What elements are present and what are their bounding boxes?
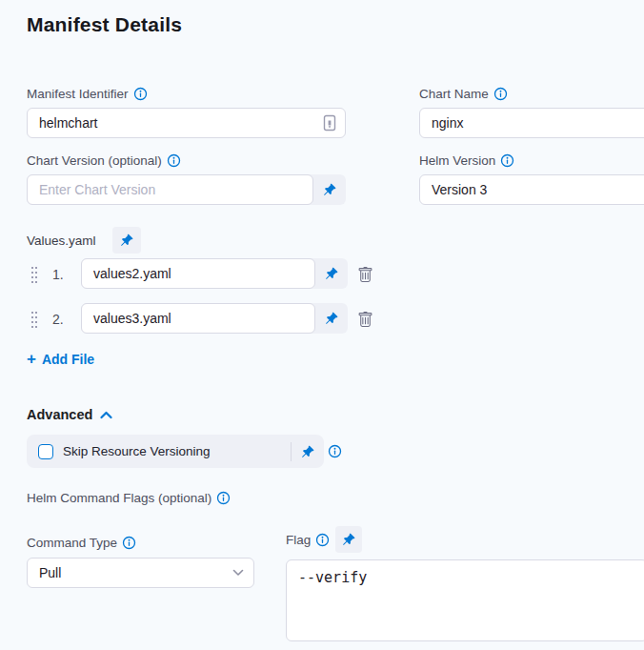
chart-name-label: Chart Name (419, 87, 489, 101)
pin-icon[interactable] (313, 174, 346, 205)
add-file-label: Add File (42, 352, 94, 367)
advanced-section-toggle[interactable]: Advanced (27, 407, 112, 422)
values-row-index: 1. (52, 267, 64, 282)
drag-handle-icon[interactable] (30, 265, 39, 284)
command-type-value: Pull (39, 565, 232, 580)
flag-pin-button[interactable] (335, 526, 362, 553)
info-icon[interactable] (315, 533, 330, 547)
values-yaml-label: Values.yaml (27, 234, 96, 248)
info-icon[interactable] (133, 87, 148, 101)
chart-name-label-row: Chart Name (419, 86, 508, 101)
command-type-label: Command Type (27, 536, 117, 550)
command-type-label-row: Command Type (27, 535, 136, 550)
pin-icon[interactable] (292, 435, 324, 468)
pin-icon[interactable] (315, 303, 348, 334)
values-yaml-label-row: Values.yaml (27, 233, 96, 248)
helm-version-label: Helm Version (419, 153, 495, 168)
chart-name-input[interactable] (419, 108, 644, 138)
values-row-index: 2. (52, 312, 64, 327)
info-icon[interactable] (500, 153, 514, 168)
helm-command-flags-label-row: Helm Command Flags (optional) (27, 490, 231, 505)
values-file-input[interactable] (81, 258, 315, 289)
add-file-button[interactable]: + Add File (27, 351, 94, 367)
manifest-details-panel: Manifest Details Manifest Identifier Cha… (0, 0, 644, 650)
advanced-label: Advanced (27, 407, 92, 422)
values-pin-button[interactable] (112, 227, 141, 254)
flag-label-row: Flag (286, 532, 330, 547)
command-type-select[interactable]: Pull (27, 558, 254, 588)
flag-textarea[interactable]: --verify (286, 559, 644, 641)
edit-id-icon[interactable] (322, 114, 337, 132)
chart-version-label-row: Chart Version (optional) (27, 152, 181, 168)
info-icon[interactable] (122, 536, 136, 550)
manifest-identifier-input[interactable] (27, 108, 346, 138)
values-file-input-group (81, 258, 348, 289)
info-icon[interactable] (328, 444, 342, 458)
skip-resource-versioning-card: Skip Resource Versioning (27, 435, 324, 468)
drag-handle-icon[interactable] (30, 310, 39, 329)
plus-icon: + (27, 351, 36, 367)
skip-resource-versioning-checkbox[interactable] (38, 444, 53, 459)
chevron-down-icon (232, 569, 244, 577)
helm-command-flags-label: Helm Command Flags (optional) (27, 491, 211, 505)
info-icon[interactable] (216, 491, 231, 505)
delete-file-button[interactable] (355, 265, 374, 284)
delete-file-button[interactable] (355, 310, 374, 329)
page-title: Manifest Details (27, 13, 182, 36)
skip-resource-versioning-label: Skip Resource Versioning (63, 444, 291, 458)
pin-icon[interactable] (315, 258, 348, 289)
values-file-input-group (81, 303, 348, 334)
flag-label: Flag (286, 533, 311, 547)
chart-version-input[interactable] (27, 174, 313, 205)
manifest-identifier-label-row: Manifest Identifier (27, 86, 148, 101)
info-icon[interactable] (167, 153, 181, 168)
chevron-up-icon (100, 411, 112, 419)
values-file-input[interactable] (81, 303, 315, 334)
chart-version-label: Chart Version (optional) (27, 153, 162, 168)
chart-version-input-group (27, 174, 346, 205)
manifest-identifier-label: Manifest Identifier (27, 87, 129, 101)
helm-version-label-row: Helm Version (419, 152, 514, 168)
info-icon[interactable] (493, 87, 508, 101)
helm-version-select[interactable] (419, 174, 644, 205)
